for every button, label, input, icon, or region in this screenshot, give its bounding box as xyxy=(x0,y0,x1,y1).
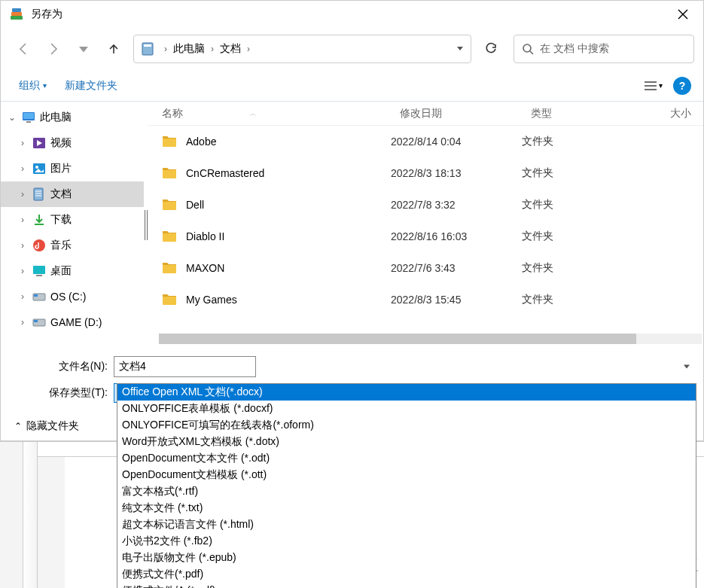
file-row[interactable]: My Games2022/8/3 15:45文件夹 xyxy=(148,284,703,315)
picture-icon xyxy=(31,161,47,176)
filetype-option[interactable]: 便携式文件(*.pdf) xyxy=(117,566,696,583)
svg-rect-6 xyxy=(144,44,151,47)
filetype-option[interactable]: ONLYOFFICE可填写的在线表格(*.oform) xyxy=(117,417,696,434)
toolbar: 组织▾ 新建文件夹 ▾ ? xyxy=(1,70,703,102)
tree-label: 图片 xyxy=(50,162,72,175)
svg-rect-14 xyxy=(26,121,31,123)
filename-input[interactable] xyxy=(114,356,256,377)
sidebar-item[interactable]: ›文档 xyxy=(1,181,144,207)
chevron-right-icon[interactable]: › xyxy=(17,317,28,328)
sidebar-item[interactable]: ›视频 xyxy=(1,130,144,156)
file-date: 2022/7/8 3:32 xyxy=(391,199,522,211)
chevron-right-icon[interactable]: › xyxy=(17,291,28,302)
file-list: Adobe2022/8/14 0:04文件夹CnCRemastered2022/… xyxy=(148,126,703,349)
chevron-right-icon[interactable]: › xyxy=(17,138,28,148)
refresh-button[interactable] xyxy=(477,35,504,62)
svg-point-25 xyxy=(33,239,45,251)
filetype-option[interactable]: 电子出版物文件 (*.epub) xyxy=(117,550,696,566)
file-row[interactable]: CnCRemastered2022/8/3 18:13文件夹 xyxy=(148,157,703,189)
sidebar-item[interactable]: ›GAME (D:) xyxy=(1,309,144,335)
location-icon xyxy=(140,41,155,56)
col-size[interactable]: 大小 xyxy=(644,107,703,120)
search-input[interactable]: 在 文档 中搜索 xyxy=(514,35,694,63)
svg-rect-27 xyxy=(36,275,42,276)
tree-label: GAME (D:) xyxy=(50,316,102,328)
filetype-option[interactable]: 便携式文件/A (*.pdf) xyxy=(117,583,696,588)
svg-rect-2 xyxy=(12,8,21,12)
file-date: 2022/8/14 0:04 xyxy=(391,136,522,148)
filetype-option[interactable]: Office Open XML 文档(*.docx) xyxy=(117,384,696,401)
tree-label: OS (C:) xyxy=(50,291,86,303)
filetype-option[interactable]: 富文本格式(*.rtf) xyxy=(117,483,696,500)
filetype-option[interactable]: Word开放式XML文档模板 (*.dotx) xyxy=(117,434,696,450)
svg-point-18 xyxy=(35,166,38,169)
new-folder-button[interactable]: 新建文件夹 xyxy=(59,76,123,96)
monitor-icon xyxy=(20,110,37,125)
chevron-down-icon[interactable]: ⌄ xyxy=(7,112,17,123)
file-date: 2022/8/16 16:03 xyxy=(391,230,522,242)
file-name: Dell xyxy=(186,199,204,211)
chevron-right-icon[interactable]: › xyxy=(17,266,28,276)
filetype-option[interactable]: OpenDocument文本文件 (*.odt) xyxy=(117,450,696,467)
sidebar-item[interactable]: ›OS (C:) xyxy=(1,284,144,309)
navigation-row: › 此电脑 › 文档 › 在 文档 中搜索 xyxy=(1,28,703,70)
filetype-option[interactable]: ONLYOFFICE表单模板 (*.docxf) xyxy=(117,401,696,417)
file-type: 文件夹 xyxy=(522,293,635,306)
view-options-button[interactable]: ▾ xyxy=(639,77,667,95)
file-type: 文件夹 xyxy=(522,166,635,180)
file-name: Diablo II xyxy=(186,230,224,242)
sidebar-item[interactable]: ›下载 xyxy=(1,207,144,233)
close-button[interactable] xyxy=(672,3,694,26)
col-type[interactable]: 类型 xyxy=(531,107,644,120)
sidebar-item[interactable]: ›音乐 xyxy=(1,233,144,258)
breadcrumb-dropdown-icon[interactable] xyxy=(456,43,465,55)
file-type: 文件夹 xyxy=(522,261,635,275)
sidebar-item[interactable]: ›桌面 xyxy=(1,258,144,284)
folder-icon xyxy=(162,261,177,275)
file-row[interactable]: Diablo II2022/8/16 16:03文件夹 xyxy=(148,221,703,252)
hide-folders-button[interactable]: ⌃隐藏文件夹 xyxy=(14,419,79,433)
breadcrumb[interactable]: › 此电脑 › 文档 › xyxy=(133,35,471,63)
app-icon xyxy=(10,8,23,21)
folder-icon xyxy=(162,230,177,243)
filetype-option[interactable]: OpenDocument文档模板 (*.ott) xyxy=(117,467,696,483)
horizontal-scrollbar[interactable] xyxy=(159,334,702,344)
sidebar-this-pc[interactable]: ⌄ 此电脑 xyxy=(1,105,144,130)
filetype-option[interactable]: 纯文本文件 (*.txt) xyxy=(117,500,696,516)
file-row[interactable]: MAXON2022/7/6 3:43文件夹 xyxy=(148,252,703,284)
file-row[interactable]: Dell2022/7/8 3:32文件夹 xyxy=(148,189,703,221)
svg-rect-29 xyxy=(34,294,38,297)
svg-rect-0 xyxy=(11,16,23,20)
svg-line-8 xyxy=(530,51,533,54)
chevron-right-icon[interactable]: › xyxy=(17,189,28,200)
forward-button[interactable] xyxy=(40,35,67,62)
file-type: 文件夹 xyxy=(522,198,635,212)
chevron-right-icon[interactable]: › xyxy=(17,215,28,225)
organize-button[interactable]: 组织▾ xyxy=(13,76,53,96)
recent-locations-button[interactable] xyxy=(70,35,97,62)
filetype-option[interactable]: 小说书2文件 (*.fb2) xyxy=(117,533,696,550)
tree-label: 下载 xyxy=(50,213,72,227)
chevron-right-icon[interactable]: › xyxy=(17,163,28,174)
svg-rect-13 xyxy=(23,113,34,119)
sidebar-item[interactable]: ›图片 xyxy=(1,156,144,181)
desktop-icon xyxy=(31,264,47,279)
col-name[interactable]: 名称 xyxy=(162,107,183,120)
back-button[interactable] xyxy=(10,35,37,62)
breadcrumb-documents[interactable]: 文档 xyxy=(217,41,244,57)
save-as-dialog: 另存为 › 此电脑 › 文档 › 在 文档 中搜索 组织▾ 新建文件夹 ▾ ? xyxy=(0,0,704,441)
breadcrumb-this-pc[interactable]: 此电脑 xyxy=(170,41,208,57)
chevron-right-icon[interactable]: › xyxy=(17,240,28,251)
up-button[interactable] xyxy=(100,35,127,62)
file-name: MAXON xyxy=(186,262,224,274)
column-headers: 名称︿ 修改日期 类型 大小 xyxy=(148,102,703,126)
filetype-option[interactable]: 超文本标记语言文件 (*.html) xyxy=(117,516,696,533)
filetype-dropdown[interactable]: Office Open XML 文档(*.docx)ONLYOFFICE表单模板… xyxy=(117,383,696,588)
scrollbar-thumb[interactable] xyxy=(159,334,636,344)
download-icon xyxy=(31,212,47,227)
col-date[interactable]: 修改日期 xyxy=(400,107,531,120)
sidebar: ⌄ 此电脑 ›视频›图片›文档›下载›音乐›桌面›OS (C:)›GAME (D… xyxy=(1,102,144,349)
help-button[interactable]: ? xyxy=(673,77,691,95)
folder-icon xyxy=(162,198,177,212)
file-row[interactable]: Adobe2022/8/14 0:04文件夹 xyxy=(148,126,703,157)
